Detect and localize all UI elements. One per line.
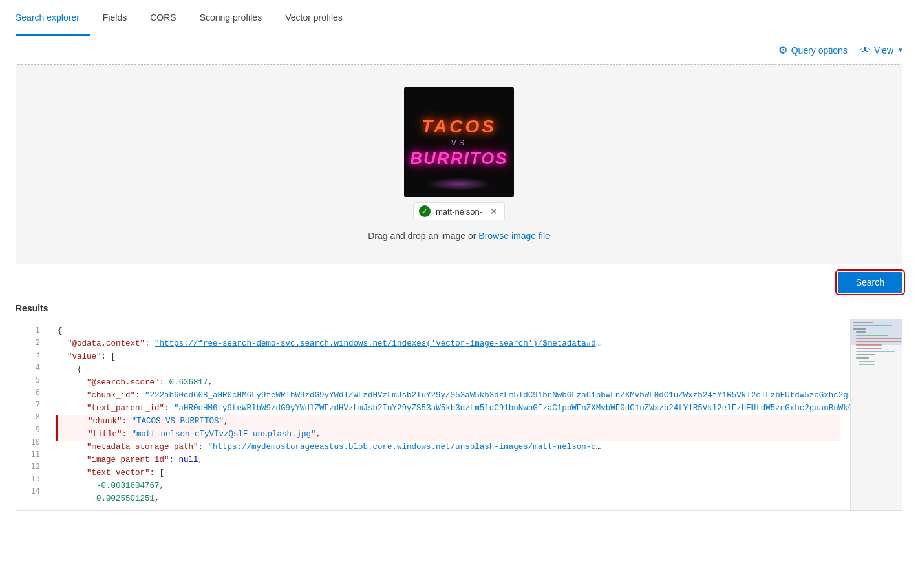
- code-container: 1 2 3 4 5 6 7 8 9 10 11 12 13 14 { "@oda…: [16, 319, 902, 511]
- code-line-11: "image_parent_id": null,: [58, 454, 840, 467]
- svg-rect-13: [859, 364, 875, 365]
- code-line-10: "metadata_storage_path": "https://mydemo…: [58, 441, 840, 454]
- code-line-14: 0.0025501251,: [58, 492, 840, 505]
- svg-rect-8: [856, 348, 882, 349]
- line-num-6: 6: [16, 386, 47, 399]
- file-name: matt-nelson-: [436, 207, 482, 216]
- svg-rect-5: [856, 338, 901, 339]
- svg-rect-4: [856, 335, 888, 336]
- tab-cors[interactable]: CORS: [140, 0, 186, 36]
- code-line-9: "title": "matt-nelson-cTyVIvzQslE-unspla…: [56, 428, 840, 441]
- line-num-2: 2: [16, 337, 47, 349]
- code-line-12: "text_vector": [: [58, 467, 840, 479]
- file-badge: ✓ matt-nelson- ✕: [413, 202, 505, 220]
- query-options-button[interactable]: ⚙ Query options: [778, 44, 848, 56]
- search-button[interactable]: Search: [838, 272, 902, 293]
- code-line-4: {: [58, 363, 840, 376]
- svg-rect-2: [853, 328, 866, 330]
- tab-search-explorer[interactable]: Search explorer: [16, 0, 90, 36]
- tab-fields[interactable]: Fields: [92, 0, 137, 36]
- line-num-13: 13: [16, 473, 47, 485]
- line-num-9: 9: [16, 424, 47, 436]
- line-num-11: 11: [16, 448, 47, 461]
- eye-icon: 👁: [860, 45, 870, 56]
- svg-rect-6: [856, 341, 901, 342]
- upload-area[interactable]: TACOS VS BURRITOS ✓ matt-nelson- ✕ Drag …: [16, 64, 902, 264]
- drag-drop-text: Drag and drop an image or Browse image f…: [368, 231, 550, 241]
- line-num-7: 7: [16, 399, 47, 411]
- vs-label: VS: [451, 138, 467, 147]
- glow-effect: [427, 178, 491, 191]
- gear-icon: ⚙: [778, 44, 787, 56]
- image-preview: TACOS VS BURRITOS: [404, 87, 514, 197]
- svg-rect-11: [856, 357, 869, 359]
- view-button[interactable]: 👁 View ▾: [860, 45, 902, 56]
- code-line-13: -0.0031604767,: [58, 479, 840, 492]
- check-icon: ✓: [419, 205, 431, 217]
- browse-link[interactable]: Browse image file: [478, 231, 550, 241]
- results-label: Results: [0, 300, 918, 319]
- code-line-3: "value": [: [58, 350, 840, 363]
- svg-rect-7: [856, 344, 882, 346]
- line-num-14: 14: [16, 485, 47, 498]
- code-line-2: "@odata.context": "https://free-search-d…: [58, 337, 840, 350]
- line-num-5: 5: [16, 374, 47, 386]
- code-content: { "@odata.context": "https://free-search…: [47, 319, 850, 510]
- code-line-5: "@search.score": 0.636817,: [58, 376, 840, 389]
- tab-scoring-profiles[interactable]: Scoring profiles: [189, 0, 273, 36]
- toolbar: ⚙ Query options 👁 View ▾: [0, 36, 918, 64]
- tab-bar: Search explorer Fields CORS Scoring prof…: [0, 0, 918, 36]
- svg-rect-12: [859, 361, 875, 362]
- search-button-row: Search: [0, 264, 918, 300]
- minimap: [850, 319, 902, 510]
- line-numbers: 1 2 3 4 5 6 7 8 9 10 11 12 13 14: [16, 319, 47, 510]
- svg-rect-1: [853, 325, 892, 326]
- code-line-7: "text_parent_id": "aHR0cHM6Ly9teWRlbW9zd…: [58, 402, 840, 415]
- line-num-8: 8: [16, 411, 47, 423]
- tab-vector-profiles[interactable]: Vector profiles: [275, 0, 353, 36]
- burritos-label: BURRITOS: [410, 149, 507, 169]
- chevron-down-icon: ▾: [899, 46, 902, 54]
- line-num-12: 12: [16, 461, 47, 473]
- tacos-label: TACOS: [422, 116, 496, 137]
- code-line-8: "chunk": "TACOS VS BURRITOS",: [56, 415, 840, 428]
- svg-rect-3: [856, 331, 866, 333]
- code-line-1: {: [58, 324, 840, 337]
- line-num-3: 3: [16, 349, 47, 361]
- close-file-button[interactable]: ✕: [490, 206, 498, 216]
- svg-rect-10: [856, 354, 875, 355]
- line-num-4: 4: [16, 362, 47, 374]
- line-num-10: 10: [16, 436, 47, 448]
- line-num-1: 1: [16, 324, 47, 337]
- code-line-6: "chunk_id": "222ab60cd608_aHR0cHM6Ly9teW…: [58, 389, 840, 402]
- svg-rect-9: [856, 351, 895, 352]
- svg-rect-0: [853, 322, 873, 323]
